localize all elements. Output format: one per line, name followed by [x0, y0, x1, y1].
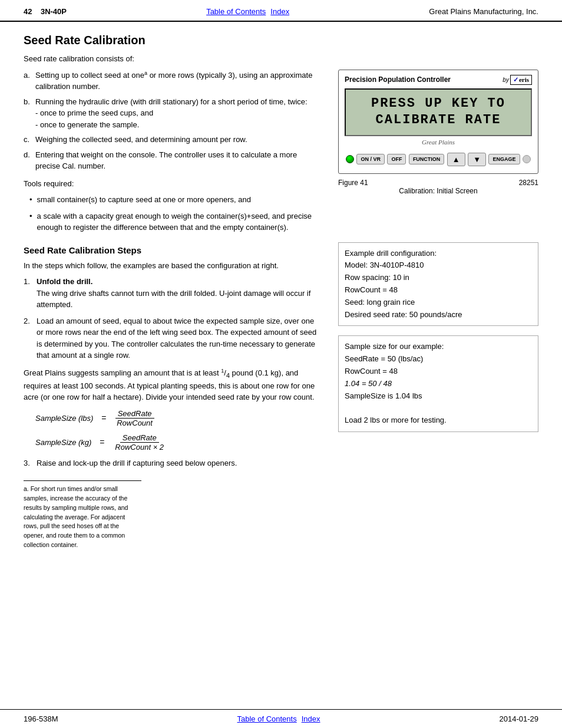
lcd-line-1: PRESS UP KEY TO — [351, 95, 526, 113]
tool-item-2: a scale with a capacity great enough to … — [29, 210, 320, 233]
info2-line5: SampleSize is 1.04 lbs — [345, 390, 532, 403]
num-step-3: 3. Raise and lock-up the drill if captur… — [24, 457, 320, 469]
steps-intro: In the steps which follow, the examples … — [24, 260, 320, 272]
on-vr-button[interactable]: ON / VR — [356, 154, 385, 164]
alpha-text-a: Setting up to collect seed at onea or mo… — [35, 70, 320, 93]
num-step-2: 2. Load an amount of seed, equal to abou… — [24, 315, 320, 361]
formula1-fraction: SeedRate RowCount — [114, 409, 155, 427]
veris-box: ✓ eris — [510, 75, 532, 85]
formula-2: SampleSize (kg) = SeedRate RowCount × 2 — [35, 433, 320, 452]
numbered-steps-list: 1. Unfold the drill. The wing drive shaf… — [24, 276, 320, 361]
formula1-lhs: SampleSize (lbs) — [35, 414, 93, 423]
figure-logo: Great Plains — [422, 139, 455, 146]
off-button[interactable]: OFF — [387, 154, 406, 164]
left-column: a. Setting up to collect seed at onea or… — [24, 70, 320, 555]
info1-line6: Desired seed rate: 50 pounds/acre — [345, 309, 532, 321]
toc-link-header[interactable]: Table of Contents — [206, 7, 266, 16]
figure-header: Precision Population Controller by ✓ eri… — [345, 75, 532, 85]
info-box-1: Example drill configuration: Model: 3N-4… — [338, 242, 538, 327]
tool-text-2: a scale with a capacity great enough to … — [37, 210, 320, 233]
model-number: 3N-40P — [41, 7, 67, 16]
footnote-marker: a. — [24, 485, 31, 492]
header-nav: Table of Contents Index — [206, 7, 289, 16]
down-arrow-button[interactable]: ▼ — [468, 153, 486, 166]
formula1-eq: = — [99, 413, 108, 423]
veris-label: eris — [519, 76, 529, 83]
info1-line4: RowCount = 48 — [345, 284, 532, 297]
page-number: 42 — [24, 7, 32, 16]
toc-link-footer[interactable]: Table of Contents — [237, 714, 297, 723]
gp-paragraph: Great Plains suggests sampling an amount… — [24, 367, 320, 403]
info2-line6 — [345, 402, 532, 414]
header-company: Great Plains Manufacturing, Inc. — [429, 7, 538, 16]
alpha-steps-list: a. Setting up to collect seed at onea or… — [24, 70, 320, 172]
up-arrow-button[interactable]: ▲ — [447, 153, 465, 166]
alpha-label-c: c. — [24, 134, 35, 146]
alpha-step-b: b. Running the hydraulic drive (with dri… — [24, 96, 320, 131]
num-text-2: Load an amount of seed, equal to about t… — [37, 315, 320, 361]
footer-center: Table of Contents Index — [237, 714, 320, 723]
page: 42 3N-40P Table of Contents Index Great … — [0, 0, 562, 728]
formula2-lhs: SampleSize (kg) — [35, 438, 91, 447]
formula1-numerator: SeedRate — [115, 409, 154, 419]
lcd-line-2: CALIBRATE RATE — [351, 112, 526, 129]
step1-title: Unfold the drill. — [37, 277, 92, 286]
info1-line2: Model: 3N-4010P-4810 — [345, 259, 532, 272]
footnote-text: a. For short run times and/or small samp… — [24, 485, 141, 549]
num-text-1: Unfold the drill. The wing drive shafts … — [37, 276, 320, 311]
figure-caption: Figure 41 28251 Calibration: Initial Scr… — [338, 179, 538, 195]
info2-line3: RowCount = 48 — [345, 365, 532, 378]
function-button[interactable]: FUNCTION — [409, 154, 445, 164]
num-text-3: Raise and lock-up the drill if capturing… — [37, 457, 320, 469]
tool-text-1: small container(s) to capture seed at on… — [37, 194, 251, 206]
alpha-step-d: d. Entering that weight on the console. … — [24, 149, 320, 172]
intro-paragraph: Seed rate calibration consists of: — [24, 53, 538, 65]
num-label-2: 2. — [24, 315, 37, 361]
tool-item-1: small container(s) to capture seed at on… — [29, 194, 320, 206]
figure-number: Figure 41 — [338, 179, 368, 187]
num-step-1: 1. Unfold the drill. The wing drive shaf… — [24, 276, 320, 311]
num-label-3: 3. — [24, 457, 37, 469]
header-page-model: 42 3N-40P — [24, 7, 67, 16]
index-link-footer[interactable]: Index — [302, 714, 320, 723]
alpha-label-a: a. — [24, 70, 35, 93]
alpha-label-b: b. — [24, 96, 35, 131]
figure-id: 28251 — [519, 179, 538, 187]
tools-label: Tools required: — [24, 178, 320, 190]
formula2-eq: = — [97, 437, 107, 447]
formula2-denominator: RowCount × 2 — [113, 443, 166, 452]
info1-line1: Example drill configuration: — [345, 248, 532, 260]
veris-logo: by ✓ eris — [503, 75, 532, 85]
formula-block: SampleSize (lbs) = SeedRate RowCount Sam… — [35, 409, 320, 452]
formula2-numerator: SeedRate — [120, 433, 159, 443]
by-text: by — [503, 77, 509, 83]
formula1-denominator: RowCount — [114, 419, 155, 427]
num-label-1: 1. — [24, 276, 37, 311]
lcd-display: PRESS UP KEY TO CALIBRATE RATE — [345, 88, 532, 136]
index-link-header[interactable]: Index — [270, 7, 289, 16]
section-title: Seed Rate Calibration — [24, 34, 538, 47]
page-footer: 196-538M Table of Contents Index 2014-01… — [0, 709, 562, 728]
veris-check: ✓ — [513, 76, 518, 84]
alpha-text-b: Running the hydraulic drive (with drill … — [35, 96, 320, 131]
numbered-steps-list-2: 3. Raise and lock-up the drill if captur… — [24, 457, 320, 469]
figure-box: Precision Population Controller by ✓ eri… — [338, 70, 538, 174]
figure-title: Precision Population Controller — [345, 75, 451, 84]
engage-button[interactable]: ENGAGE — [488, 154, 520, 164]
footnote-area: a. For short run times and/or small samp… — [24, 480, 141, 549]
alpha-text-c: Weighing the collected seed, and determi… — [35, 134, 320, 146]
right-column: Precision Population Controller by ✓ eri… — [338, 70, 538, 555]
formula2-fraction: SeedRate RowCount × 2 — [113, 433, 166, 452]
alpha-step-a: a. Setting up to collect seed at onea or… — [24, 70, 320, 93]
green-led-icon — [346, 155, 354, 163]
buttons-row: ON / VR OFF FUNCTION ▲ ▼ ENGAGE — [345, 150, 532, 169]
info2-line1: Sample size for our example: — [345, 341, 532, 353]
info-box-2: Sample size for our example: SeedRate = … — [338, 335, 538, 432]
formula-1: SampleSize (lbs) = SeedRate RowCount — [35, 409, 320, 427]
figure-caption-text: Calibration: Initial Screen — [338, 187, 538, 195]
gray-led-icon — [523, 155, 531, 163]
page-header: 42 3N-40P Table of Contents Index Great … — [0, 0, 562, 22]
main-two-col: a. Setting up to collect seed at onea or… — [24, 70, 538, 555]
info2-line4: 1.04 = 50 / 48 — [345, 378, 532, 390]
main-content: Seed Rate Calibration Seed rate calibrat… — [0, 22, 562, 709]
